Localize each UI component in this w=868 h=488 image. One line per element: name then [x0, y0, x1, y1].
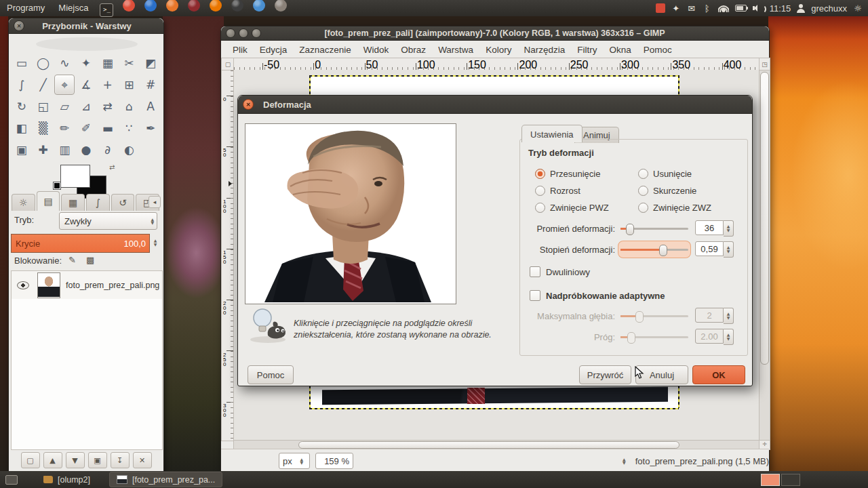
smudge-tool[interactable]: ∂: [98, 140, 118, 160]
reset-button[interactable]: Przywróć: [579, 365, 631, 384]
color-picker-tool[interactable]: ╱: [33, 75, 54, 95]
perspective-tool[interactable]: ⊿: [76, 96, 96, 117]
radio-icon[interactable]: [535, 169, 545, 179]
scissors-select-tool[interactable]: ✂: [119, 53, 140, 73]
pencil-tool[interactable]: ✏: [54, 118, 75, 138]
minimize-icon[interactable]: [239, 28, 248, 38]
swap-colors-icon[interactable]: ⇄: [109, 163, 115, 171]
menu-programy[interactable]: Programy: [0, 3, 52, 13]
close-icon[interactable]: [226, 28, 235, 38]
rotate-tool[interactable]: ↻: [12, 96, 32, 117]
blender-icon[interactable]: [210, 0, 222, 12]
scale-tool[interactable]: ◱: [33, 96, 54, 117]
layer-name[interactable]: foto_prem_prez_pali.png: [66, 281, 159, 290]
foreground-color-swatch[interactable]: [60, 165, 90, 188]
foreground-select-tool[interactable]: ◩: [140, 53, 161, 73]
chrome-icon[interactable]: [123, 0, 135, 12]
opacity-stepper[interactable]: ▲▼: [150, 234, 161, 251]
ok-button[interactable]: OK: [692, 365, 745, 384]
maximize-icon[interactable]: [252, 28, 261, 38]
airbrush-tool[interactable]: ∵: [119, 118, 140, 138]
radio-icon[interactable]: [638, 203, 648, 213]
ink-tool[interactable]: ✒: [140, 118, 161, 138]
inkscape-icon[interactable]: [231, 0, 243, 12]
select-by-color-tool[interactable]: ▦: [98, 53, 118, 73]
menubar-item[interactable]: Kolory: [479, 43, 517, 57]
radio-option[interactable]: Zwinięcie ZWZ: [638, 199, 741, 216]
duplicate-layer-button[interactable]: ▣: [88, 452, 107, 468]
bucket-fill-tool[interactable]: ◧: [12, 118, 32, 138]
layer-list-empty-area[interactable]: [11, 299, 163, 450]
clock[interactable]: 11:15: [770, 3, 791, 14]
flip-tool[interactable]: ⇄: [98, 96, 118, 117]
heal-tool[interactable]: ✚: [33, 140, 54, 160]
layer-thumbnail[interactable]: [37, 272, 60, 298]
dialog-titlebar[interactable]: ✕ Deformacja: [238, 96, 752, 114]
tab-channels[interactable]: ▦: [61, 194, 85, 211]
screen-recorder-icon[interactable]: [188, 0, 200, 12]
gradient-tool[interactable]: ▒: [33, 118, 54, 138]
toolbox-titlebar[interactable]: ✕ Przybornik - Warstwy: [9, 18, 163, 34]
anchor-layer-button[interactable]: ↧: [111, 452, 130, 468]
shear-tool[interactable]: ▱: [54, 96, 75, 117]
slider-value[interactable]: 36: [695, 220, 724, 235]
menubar-item[interactable]: Widok: [357, 43, 395, 57]
help-button[interactable]: Pomoc: [248, 365, 294, 384]
task-olump2[interactable]: [olump2]: [37, 472, 97, 487]
lock-alpha-icon[interactable]: ▩: [86, 255, 94, 265]
thunderbird-icon[interactable]: [144, 0, 157, 12]
new-layer-button[interactable]: ▢: [21, 452, 40, 468]
workspace-1[interactable]: [761, 474, 780, 486]
unit-combo[interactable]: px ▲▼: [279, 453, 310, 469]
vertical-scrollbar-thumb[interactable]: [760, 72, 769, 365]
menubar-item[interactable]: Obraz: [395, 43, 432, 57]
cage-transform-tool[interactable]: ⌂: [119, 96, 140, 117]
align-tool[interactable]: ⊞: [119, 75, 140, 95]
lower-layer-button[interactable]: ▼: [66, 452, 85, 468]
menubar-item[interactable]: Pomoc: [637, 43, 678, 57]
bluetooth-icon[interactable]: ᛒ: [703, 3, 712, 14]
zoom-stepper[interactable]: ▲▼: [620, 458, 629, 464]
indicator-icon[interactable]: ✦: [671, 3, 681, 14]
radio-icon[interactable]: [535, 186, 545, 196]
stepper-icon[interactable]: ▲▼: [724, 241, 734, 258]
slider-handle[interactable]: [659, 245, 667, 256]
text-tool[interactable]: A: [140, 96, 161, 117]
dock-collapse-icon[interactable]: ◂: [149, 196, 161, 208]
checkbox-row[interactable]: Nadpróbkowanie adaptywne: [530, 288, 665, 303]
close-icon[interactable]: ✕: [14, 20, 24, 31]
crop-tool[interactable]: #: [140, 75, 161, 95]
layer-visibility-eye-icon[interactable]: [17, 281, 29, 289]
close-icon[interactable]: ✕: [243, 99, 254, 110]
opacity-slider[interactable]: Krycie 100,0: [11, 234, 150, 253]
workspace-2[interactable]: [781, 474, 800, 486]
radio-option[interactable]: Zwinięcie PWZ: [535, 199, 638, 216]
slider-track[interactable]: [620, 222, 688, 235]
menubar-item[interactable]: Zaznaczenie: [293, 43, 357, 57]
tab-paths[interactable]: ∫: [86, 194, 110, 211]
show-desktop-icon[interactable]: [5, 475, 18, 485]
username[interactable]: grechuxx: [811, 3, 847, 14]
slider-value[interactable]: 0,59: [695, 241, 724, 256]
recording-indicator-icon[interactable]: [656, 3, 665, 13]
volume-icon[interactable]: [753, 4, 764, 12]
slider-track[interactable]: [620, 243, 688, 256]
eraser-tool[interactable]: ▬: [98, 118, 118, 138]
terminal-icon[interactable]: >_: [100, 3, 113, 17]
deform-preview[interactable]: [245, 123, 456, 304]
radio-option[interactable]: Skurczenie: [638, 182, 741, 199]
blur-sharpen-tool[interactable]: ●: [76, 140, 96, 160]
firefox-icon[interactable]: [166, 0, 178, 12]
zoom-follow-window-icon[interactable]: ◳: [759, 58, 770, 71]
menubar-item[interactable]: Plik: [226, 43, 254, 57]
session-gear-icon[interactable]: ☼: [853, 3, 863, 14]
zoom-tool[interactable]: ⌖: [54, 75, 75, 95]
checkbox-icon[interactable]: [530, 266, 540, 277]
fuzzy-select-tool[interactable]: ✦: [76, 53, 96, 73]
tab-undo-history[interactable]: ↺: [111, 194, 135, 211]
tab-ustawienia[interactable]: Ustawienia: [521, 125, 583, 142]
tab-tool-options[interactable]: ☼: [12, 194, 35, 211]
checkbox-row[interactable]: Dwuliniowy: [530, 264, 590, 279]
menubar-item[interactable]: Okna: [603, 43, 637, 57]
battery-icon[interactable]: [735, 5, 747, 12]
